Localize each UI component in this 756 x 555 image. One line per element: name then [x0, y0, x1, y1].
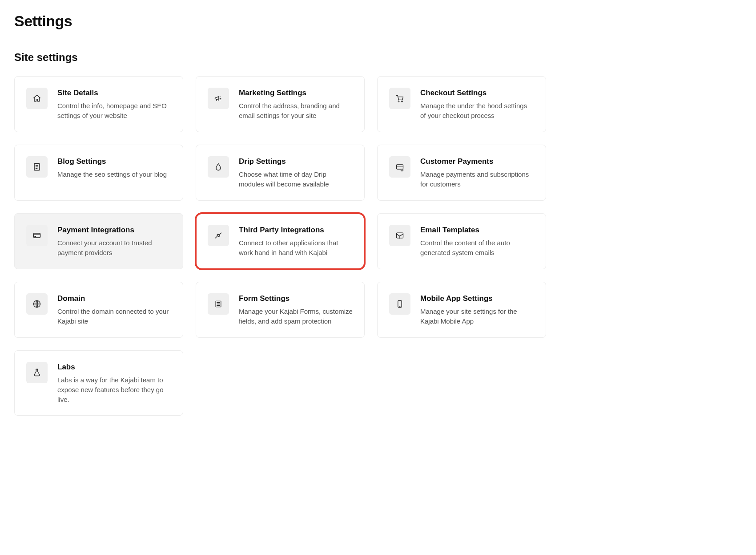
- card-description: Manage the under the hood settings of yo…: [420, 101, 534, 121]
- card-description: Control the domain connected to your Kaj…: [57, 307, 171, 326]
- card-description: Connect your account to trusted payment …: [57, 238, 171, 258]
- card-domain[interactable]: DomainControl the domain connected to yo…: [14, 282, 183, 338]
- card-title: Site Details: [57, 89, 171, 97]
- card-description: Control the content of the auto generate…: [420, 238, 534, 258]
- card-email-templates[interactable]: Email TemplatesControl the content of th…: [377, 213, 546, 269]
- card-description: Connect to other applications that work …: [239, 238, 353, 258]
- cart-icon: [389, 88, 410, 109]
- card-text: DomainControl the domain connected to yo…: [57, 293, 171, 326]
- card-text: Site DetailsControl the info, homepage a…: [57, 88, 171, 121]
- card-title: Customer Payments: [420, 157, 534, 166]
- card-title: Mobile App Settings: [420, 294, 534, 303]
- globe-icon: [26, 293, 48, 315]
- card-description: Manage your site settings for the Kajabi…: [420, 307, 534, 326]
- card-title: Checkout Settings: [420, 89, 534, 97]
- card-site-details[interactable]: Site DetailsControl the info, homepage a…: [14, 76, 183, 132]
- card-title: Domain: [57, 294, 171, 303]
- card-text: Blog SettingsManage the seo settings of …: [57, 156, 171, 179]
- card-title: Form Settings: [239, 294, 353, 303]
- card-text: Payment IntegrationsConnect your account…: [57, 225, 171, 258]
- card-title: Labs: [57, 363, 171, 372]
- card-drip-settings[interactable]: Drip SettingsChoose what time of day Dri…: [196, 145, 365, 201]
- card-text: Customer PaymentsManage payments and sub…: [420, 156, 534, 189]
- card-marketing-settings[interactable]: Marketing SettingsControl the address, b…: [196, 76, 365, 132]
- card-text: Email TemplatesControl the content of th…: [420, 225, 534, 258]
- form-icon: [208, 293, 229, 315]
- card-description: Manage payments and subscriptions for cu…: [420, 170, 534, 189]
- card-text: Marketing SettingsControl the address, b…: [239, 88, 353, 121]
- card-text: LabsLabs is a way for the Kajabi team to…: [57, 362, 171, 404]
- plug-icon: [208, 225, 229, 246]
- credit-card-icon: [26, 225, 48, 246]
- card-text: Checkout SettingsManage the under the ho…: [420, 88, 534, 121]
- card-blog-settings[interactable]: Blog SettingsManage the seo settings of …: [14, 145, 183, 201]
- card-title: Marketing Settings: [239, 89, 353, 97]
- card-third-party-integrations[interactable]: Third Party IntegrationsConnect to other…: [196, 213, 365, 269]
- card-description: Manage the seo settings of your blog: [57, 170, 171, 179]
- card-form-settings[interactable]: Form SettingsManage your Kajabi Forms, c…: [196, 282, 365, 338]
- card-customer-payments[interactable]: Customer PaymentsManage payments and sub…: [377, 145, 546, 201]
- card-text: Drip SettingsChoose what time of day Dri…: [239, 156, 353, 189]
- flask-icon: [26, 362, 48, 383]
- card-title: Email Templates: [420, 226, 534, 235]
- drip-icon: [208, 156, 229, 178]
- card-title: Drip Settings: [239, 157, 353, 166]
- mobile-icon: [389, 293, 410, 315]
- email-template-icon: [389, 225, 410, 246]
- card-text: Mobile App SettingsManage your site sett…: [420, 293, 534, 326]
- card-sync-icon: [389, 156, 410, 178]
- card-mobile-app-settings[interactable]: Mobile App SettingsManage your site sett…: [377, 282, 546, 338]
- home-icon: [26, 88, 48, 109]
- card-text: Form SettingsManage your Kajabi Forms, c…: [239, 293, 353, 326]
- card-description: Manage your Kajabi Forms, customize fiel…: [239, 307, 353, 326]
- card-payment-integrations[interactable]: Payment IntegrationsConnect your account…: [14, 213, 183, 269]
- settings-cards-grid: Site DetailsControl the info, homepage a…: [14, 76, 742, 416]
- card-description: Choose what time of day Drip modules wil…: [239, 170, 353, 189]
- card-title: Third Party Integrations: [239, 226, 353, 235]
- card-title: Payment Integrations: [57, 226, 171, 235]
- card-description: Control the info, homepage and SEO setti…: [57, 101, 171, 121]
- card-checkout-settings[interactable]: Checkout SettingsManage the under the ho…: [377, 76, 546, 132]
- section-title: Site settings: [14, 51, 742, 64]
- card-text: Third Party IntegrationsConnect to other…: [239, 225, 353, 258]
- blog-icon: [26, 156, 48, 178]
- page-title: Settings: [14, 12, 742, 30]
- card-description: Control the address, branding and email …: [239, 101, 353, 121]
- card-labs[interactable]: LabsLabs is a way for the Kajabi team to…: [14, 350, 183, 416]
- card-description: Labs is a way for the Kajabi team to exp…: [57, 375, 171, 404]
- card-title: Blog Settings: [57, 157, 171, 166]
- megaphone-icon: [208, 88, 229, 109]
